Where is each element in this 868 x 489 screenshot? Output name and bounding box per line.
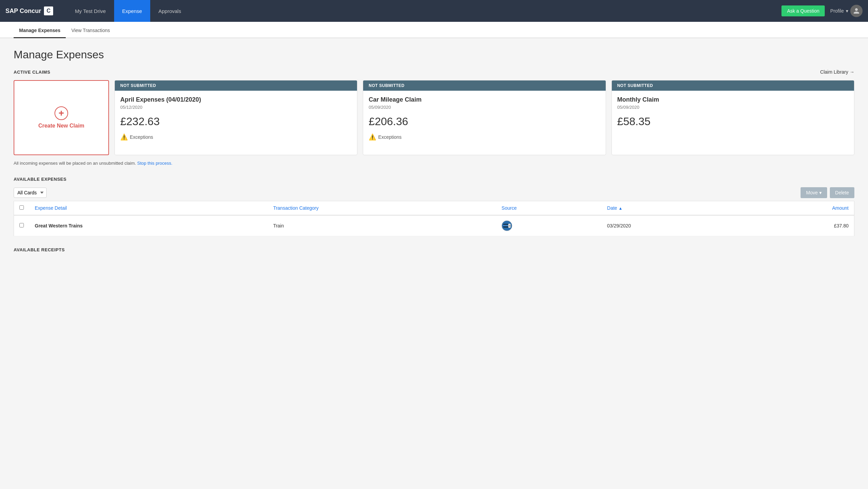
active-claims-section: ACTIVE CLAIMS Claim Library → + Create N…	[14, 69, 854, 166]
claim-library-arrow-icon: →	[850, 69, 854, 75]
create-new-claim-card[interactable]: + Create New Claim	[14, 80, 109, 155]
sub-nav-manage-expenses[interactable]: Manage Expenses	[14, 24, 66, 38]
profile-menu[interactable]: Profile ▾	[830, 5, 863, 17]
svg-rect-2	[503, 225, 509, 226]
expense-detail-value: Great Western Trains	[35, 223, 83, 228]
warning-icon-1: ⚠️	[369, 133, 376, 141]
claim-amount-2: £58.35	[617, 115, 849, 128]
available-receipts-section: AVAILABLE RECEIPTS	[14, 247, 854, 252]
claim-amount-0: £232.63	[120, 115, 352, 128]
claim-card-1[interactable]: NOT SUBMITTED Car Mileage Claim 05/09/20…	[363, 80, 606, 155]
top-navigation: SAP Concur C My Test Drive Expense Appro…	[0, 0, 868, 22]
th-date[interactable]: Date ▲	[602, 201, 743, 216]
th-transaction-category[interactable]: Transaction Category	[268, 201, 496, 216]
nav-right: Ask a Question Profile ▾	[781, 5, 863, 17]
nav-links: My Test Drive Expense Approvals	[67, 0, 781, 22]
profile-label: Profile	[830, 8, 844, 14]
claim-status-1: NOT SUBMITTED	[363, 80, 605, 91]
row-date: 03/29/2020	[602, 215, 743, 236]
nav-approvals[interactable]: Approvals	[150, 0, 189, 22]
row-source	[496, 215, 602, 236]
row-amount: £37.80	[743, 215, 854, 236]
ask-question-button[interactable]: Ask a Question	[781, 5, 825, 16]
row-transaction-category: Train	[268, 215, 496, 236]
stop-process-link[interactable]: Stop this process.	[137, 161, 172, 166]
create-new-claim-label: Create New Claim	[38, 123, 84, 129]
cards-filter-wrapper: All Cards	[14, 188, 47, 198]
th-checkbox	[14, 201, 30, 216]
logo-icon: C	[44, 6, 53, 15]
claim-card-2[interactable]: NOT SUBMITTED Monthly Claim 05/09/2020 £…	[611, 80, 854, 155]
claims-grid: + Create New Claim NOT SUBMITTED April E…	[14, 80, 854, 155]
exceptions-label-1: Exceptions	[378, 134, 401, 140]
select-all-checkbox[interactable]	[19, 205, 24, 210]
active-claims-title: ACTIVE CLAIMS	[14, 70, 50, 75]
claim-status-2: NOT SUBMITTED	[612, 80, 854, 91]
warning-icon-0: ⚠️	[120, 133, 128, 141]
move-button[interactable]: Move ▾	[801, 187, 827, 198]
sap-concur-logo: SAP Concur	[5, 8, 41, 15]
claim-date-2: 05/09/2020	[617, 105, 849, 110]
svg-point-5	[509, 225, 511, 227]
table-header-row: Expense Detail Transaction Category Sour…	[14, 201, 854, 216]
claim-name-1: Car Mileage Claim	[369, 96, 600, 103]
cards-filter-select[interactable]: All Cards	[14, 188, 47, 198]
row-checkbox-cell	[14, 215, 30, 236]
th-expense-detail[interactable]: Expense Detail	[29, 201, 268, 216]
avatar	[850, 5, 863, 17]
active-claims-header: ACTIVE CLAIMS Claim Library →	[14, 69, 854, 75]
claim-name-2: Monthly Claim	[617, 96, 849, 103]
plus-icon: +	[55, 106, 68, 120]
available-receipts-title: AVAILABLE RECEIPTS	[14, 247, 854, 252]
toolbar-right: Move ▾ Delete	[801, 187, 854, 198]
auto-assign-text: All incoming expenses will be placed on …	[14, 161, 136, 166]
table-toolbar: All Cards Move ▾ Delete	[14, 187, 854, 198]
row-expense-detail: Great Western Trains	[29, 215, 268, 236]
claim-library-link[interactable]: Claim Library →	[820, 69, 854, 75]
expenses-table: Expense Detail Transaction Category Sour…	[14, 201, 854, 236]
claim-date-0: 05/12/2020	[120, 105, 352, 110]
sub-nav-view-transactions[interactable]: View Transactions	[66, 24, 115, 38]
main-content: Manage Expenses ACTIVE CLAIMS Claim Libr…	[0, 38, 868, 489]
claim-card-0[interactable]: NOT SUBMITTED April Expenses (04/01/2020…	[114, 80, 357, 155]
th-source[interactable]: Source	[496, 201, 602, 216]
move-button-label: Move	[806, 190, 818, 195]
table-row: Great Western Trains Train	[14, 215, 854, 236]
th-amount[interactable]: Amount	[743, 201, 854, 216]
move-dropdown-icon: ▾	[819, 190, 822, 195]
row-checkbox[interactable]	[19, 223, 24, 227]
claim-amount-1: £206.36	[369, 115, 600, 128]
nav-expense[interactable]: Expense	[114, 0, 150, 22]
logo-area: SAP Concur C	[5, 6, 67, 15]
date-label: Date	[607, 205, 617, 211]
claim-exceptions-0: ⚠️ Exceptions	[120, 133, 352, 141]
nav-my-test-drive[interactable]: My Test Drive	[67, 0, 114, 22]
claim-library-label: Claim Library	[820, 69, 848, 75]
sort-asc-icon: ▲	[619, 206, 623, 211]
claim-exceptions-1: ⚠️ Exceptions	[369, 133, 600, 141]
available-expenses-section: AVAILABLE EXPENSES All Cards Move ▾ Dele…	[14, 177, 854, 236]
source-icon-wrapper	[501, 220, 596, 231]
claim-name-0: April Expenses (04/01/2020)	[120, 96, 352, 103]
page-title: Manage Expenses	[14, 48, 854, 61]
claim-date-1: 05/09/2020	[369, 105, 600, 110]
card-source-icon	[501, 220, 512, 231]
auto-assign-info: All incoming expenses will be placed on …	[14, 161, 854, 166]
claim-status-0: NOT SUBMITTED	[115, 80, 357, 91]
sub-navigation: Manage Expenses View Transactions	[0, 22, 868, 38]
exceptions-label-0: Exceptions	[130, 134, 153, 140]
profile-dropdown-icon: ▾	[846, 8, 848, 14]
delete-button[interactable]: Delete	[830, 187, 854, 198]
available-expenses-title: AVAILABLE EXPENSES	[14, 177, 854, 182]
